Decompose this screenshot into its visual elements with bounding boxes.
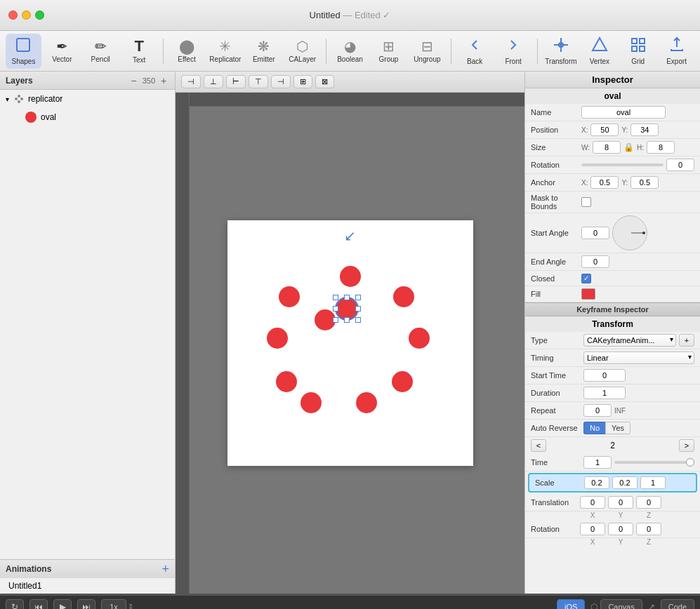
auto-reverse-no-button[interactable]: No — [583, 422, 605, 434]
start-angle-input[interactable] — [581, 227, 609, 239]
right-panel: Inspector oval Name Position X: Y: Size … — [524, 72, 700, 594]
kf-type-select[interactable]: CAKeyframeAnim... — [583, 334, 676, 347]
align-center-v-button[interactable]: ⊣ — [271, 75, 291, 88]
window-controls[interactable] — [8, 11, 44, 20]
handle-r[interactable] — [355, 306, 361, 312]
text-tool[interactable]: T Text — [121, 34, 157, 69]
inspector-anchor-row: Anchor X: Y: — [525, 174, 700, 192]
inspector-start-angle-row: Start Angle — [525, 213, 700, 253]
kf-auto-reverse-row: Auto Reverse No Yes — [525, 420, 700, 437]
kf-timing-select[interactable]: Linear — [583, 352, 694, 364]
kf-scale-z-input[interactable] — [640, 476, 666, 489]
export-tool[interactable]: Export — [659, 34, 694, 69]
mask-checkbox[interactable] — [581, 197, 591, 207]
back-tool[interactable]: Back — [457, 34, 493, 69]
kf-translation-x-input[interactable] — [580, 496, 605, 509]
rotation-input[interactable] — [666, 159, 694, 171]
layers-plus-button[interactable]: + — [158, 75, 169, 86]
emitter-tool[interactable]: ❋ Emitter — [246, 34, 282, 69]
kf-duration-input[interactable] — [583, 387, 626, 399]
canvas-platform-button[interactable]: Canvas — [600, 599, 642, 610]
minimize-button[interactable] — [22, 11, 31, 20]
distribute-v-button[interactable]: ⊠ — [315, 75, 334, 88]
position-x-input[interactable] — [590, 123, 619, 136]
layer-item-replicator[interactable]: ▾ replicator — [0, 90, 175, 108]
kf-start-time-input[interactable] — [583, 369, 626, 382]
svg-rect-6 — [640, 46, 645, 51]
code-platform-button[interactable]: Code — [661, 599, 694, 610]
kf-time-slider[interactable] — [614, 461, 694, 464]
end-angle-input[interactable] — [581, 255, 609, 268]
calayer-tool[interactable]: ⬡ CALayer — [284, 34, 320, 69]
ungroup-tool[interactable]: ⊟ Ungroup — [409, 34, 445, 69]
front-tool[interactable]: Front — [496, 34, 531, 69]
align-left-button[interactable]: ⊣ — [181, 75, 201, 88]
layers-minus-button[interactable]: − — [128, 75, 140, 86]
speed-input[interactable] — [101, 599, 126, 610]
group-tool[interactable]: ⊞ Group — [371, 34, 407, 69]
kf-start-time-label: Start Time — [531, 371, 583, 380]
handle-bl[interactable] — [333, 317, 338, 323]
maximize-button[interactable] — [35, 11, 44, 20]
handle-l[interactable] — [333, 306, 338, 312]
close-button[interactable] — [8, 11, 18, 20]
kf-translation-z-input[interactable] — [636, 496, 661, 509]
position-y-input[interactable] — [630, 123, 659, 136]
vector-tool[interactable]: ✒ Vector — [44, 34, 80, 69]
fast-forward-button[interactable]: ⏭ — [77, 599, 95, 610]
emitter-icon: ❋ — [258, 39, 270, 53]
vertex-tool[interactable]: Vertex — [581, 34, 617, 69]
rotation-slider[interactable] — [581, 163, 663, 166]
canvas-viewport[interactable]: ↙ — [176, 93, 524, 594]
kf-type-label: Type — [531, 336, 583, 344]
rewind-button[interactable]: ⏮ — [29, 599, 48, 610]
kf-rotation-label: Rotation — [531, 525, 580, 533]
align-top-button[interactable]: ⊤ — [249, 75, 268, 88]
kf-rotation-y-input[interactable] — [608, 523, 633, 535]
replicator-tool[interactable]: ✳ Replicator — [207, 34, 243, 69]
transform-tool[interactable]: Transform — [543, 34, 579, 69]
kf-scale-x-input[interactable] — [584, 476, 609, 489]
handle-t[interactable] — [344, 295, 350, 300]
effect-tool[interactable]: ⬤ Effect — [169, 34, 205, 69]
handle-b[interactable] — [344, 317, 350, 323]
anchor-x-input[interactable] — [590, 176, 619, 189]
handle-br[interactable] — [355, 317, 361, 323]
closed-checkbox[interactable] — [581, 274, 591, 283]
distribute-h-button[interactable]: ⊞ — [293, 75, 312, 88]
kf-rotation-x-input[interactable] — [580, 523, 605, 535]
align-center-h-button[interactable]: ⊥ — [204, 75, 223, 88]
kf-time-input[interactable] — [583, 456, 612, 469]
auto-reverse-yes-button[interactable]: Yes — [605, 422, 630, 434]
kf-repeat-input[interactable] — [583, 404, 612, 417]
size-w-input[interactable] — [593, 141, 621, 154]
kf-scale-y-input[interactable] — [612, 476, 638, 489]
handle-tl[interactable] — [333, 295, 338, 300]
play-button[interactable]: ▶ — [53, 599, 72, 610]
anchor-y-input[interactable] — [630, 176, 659, 189]
group-icon: ⊞ — [383, 39, 395, 53]
add-animation-button[interactable]: + — [161, 563, 169, 575]
fill-color-swatch[interactable] — [581, 288, 595, 300]
kf-type-value: CAKeyframeAnim... + — [583, 334, 694, 347]
kf-type-add-button[interactable]: + — [679, 334, 694, 347]
pencil-tool[interactable]: ✏ Pencil — [83, 34, 119, 69]
loop-button[interactable]: ↻ — [6, 599, 24, 610]
align-right-button[interactable]: ⊢ — [226, 75, 246, 88]
inspector-subject: oval — [525, 88, 700, 104]
size-h-input[interactable] — [647, 141, 675, 154]
grid-tool[interactable]: Grid — [620, 34, 656, 69]
kf-time-handle[interactable] — [686, 458, 694, 467]
divider-3 — [451, 39, 451, 64]
handle-tr[interactable] — [355, 295, 361, 300]
name-input[interactable] — [581, 106, 666, 119]
kf-rotation-z-input[interactable] — [636, 523, 661, 535]
animation-item-untitled1[interactable]: Untitled1 — [0, 578, 175, 594]
layer-item-oval[interactable]: oval — [0, 108, 175, 126]
shapes-tool[interactable]: Shapes — [6, 34, 41, 69]
ios-platform-button[interactable]: iOS — [557, 599, 585, 610]
kf-nav-prev-button[interactable]: < — [531, 439, 546, 452]
kf-translation-y-input[interactable] — [608, 496, 633, 509]
kf-nav-next-button[interactable]: > — [679, 439, 694, 452]
boolean-tool[interactable]: ◕ Boolean — [332, 34, 368, 69]
